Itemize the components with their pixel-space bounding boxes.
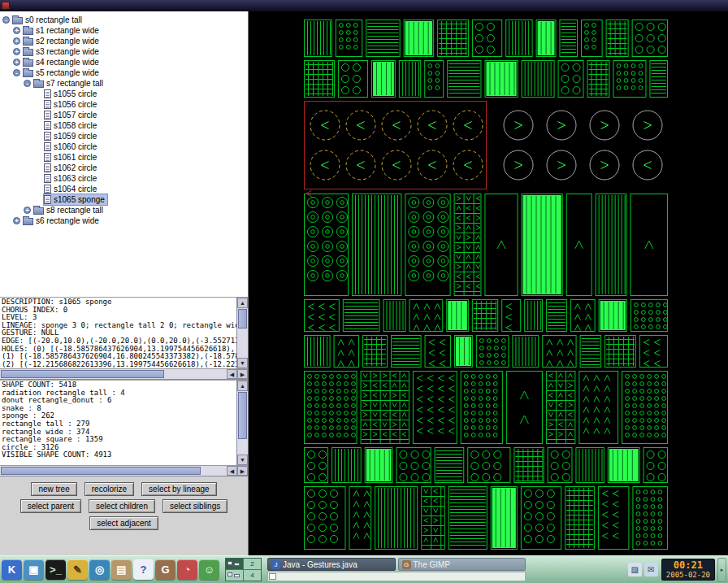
tree-node: s1056 circle xyxy=(44,99,99,110)
tree-item-s1064[interactable]: s1064 circle xyxy=(0,184,248,194)
mail-notifier-icon[interactable]: ✉ xyxy=(644,563,658,576)
tree-item-s1057[interactable]: s1057 circle xyxy=(0,110,248,120)
document-icon xyxy=(44,100,51,109)
tree-node: s1065 sponge xyxy=(44,194,107,205)
shape-canvas[interactable] xyxy=(249,11,728,555)
select-by-lineage-button[interactable]: select by lineage xyxy=(141,482,217,496)
scrollbar-thumb[interactable] xyxy=(238,309,247,328)
terminal-icon[interactable]: >_ xyxy=(46,559,66,580)
tree-item-s8[interactable]: +s8 rectangle tall xyxy=(0,205,248,215)
tree-item-s1065[interactable]: s1065 sponge xyxy=(0,194,248,205)
tree-item-s1060[interactable]: s1060 circle xyxy=(0,141,248,152)
pager-desktop-3[interactable] xyxy=(226,570,243,581)
tree-indent xyxy=(34,164,41,172)
expand-icon[interactable]: + xyxy=(24,207,31,214)
tree-item-s1[interactable]: +s1 rectangle wide xyxy=(0,25,248,36)
scrollbar-thumb[interactable] xyxy=(1,467,201,475)
tree-node: s3 rectangle wide xyxy=(23,46,102,57)
tree-item-s1058[interactable]: s1058 circle xyxy=(0,120,248,131)
counts-panel[interactable]: SHAPE COUNT: 5418radiation rectangle tal… xyxy=(0,380,248,466)
scroll-right-icon[interactable]: ▶ xyxy=(237,369,248,379)
tree-node: s1061 circle xyxy=(44,152,99,163)
tree-item-s2[interactable]: +s2 rectangle wide xyxy=(0,36,248,46)
collapse-icon[interactable]: - xyxy=(13,69,20,76)
pager-desktop-1[interactable] xyxy=(226,559,243,569)
task-button-the-gimp[interactable]: GThe GIMP xyxy=(398,558,526,571)
desktop-pager[interactable]: 24 xyxy=(225,558,262,581)
tree-item-s7[interactable]: -s7 rectangle tall xyxy=(0,78,248,89)
folder-icon xyxy=(23,28,33,35)
counts-vertical-scrollbar[interactable]: ▲ ▼ xyxy=(236,381,248,465)
desktop-icon[interactable]: ▣ xyxy=(24,559,44,580)
gimp-icon[interactable]: G xyxy=(155,559,176,580)
pager-desktop-4[interactable]: 4 xyxy=(244,570,261,581)
document-icon xyxy=(44,89,51,98)
description-panel[interactable]: DESCRIPTION: s1065 spongeCHORUS INDEX: 0… xyxy=(0,298,248,369)
folder-icon xyxy=(23,70,33,77)
tree-item-s1059[interactable]: s1059 circle xyxy=(0,131,248,141)
expand-icon[interactable]: + xyxy=(13,37,20,45)
scroll-up-icon[interactable]: ▲ xyxy=(237,298,248,308)
tree-item-s1063[interactable]: s1063 circle xyxy=(0,173,248,184)
help-icon[interactable]: ? xyxy=(133,559,154,580)
new-tree-button[interactable]: new tree xyxy=(31,482,76,496)
select-siblings-button[interactable]: select siblings xyxy=(162,499,228,513)
expand-icon[interactable]: + xyxy=(13,59,20,66)
scroll-up-icon[interactable]: ▲ xyxy=(237,381,248,391)
tree-item-label: s2 rectangle wide xyxy=(36,37,99,46)
tree-item-s1061[interactable]: s1061 circle xyxy=(0,152,248,163)
select-adjacent-button[interactable]: select adjacent xyxy=(89,516,158,530)
select-parent-button[interactable]: select parent xyxy=(20,499,81,513)
shape-canvas-area[interactable] xyxy=(249,11,728,555)
tree-item-s3[interactable]: +s3 rectangle wide xyxy=(0,46,248,57)
scrollbar-thumb[interactable] xyxy=(1,370,164,378)
button-row: select parentselect childrenselect sibli… xyxy=(0,499,248,513)
files-icon[interactable]: ▤ xyxy=(111,559,132,580)
scroll-down-icon[interactable]: ▼ xyxy=(237,358,248,368)
tree-item-label: s4 rectangle wide xyxy=(36,58,99,67)
collapse-icon[interactable]: - xyxy=(24,80,31,87)
select-children-button[interactable]: select children xyxy=(89,499,155,513)
folder-icon xyxy=(33,207,44,215)
scroll-left-icon[interactable]: ◀ xyxy=(227,466,237,476)
mini-window xyxy=(228,561,232,565)
expand-icon[interactable]: + xyxy=(13,48,20,55)
tree-item-label: s1061 circle xyxy=(54,153,97,162)
tree-item-s1056[interactable]: s1056 circle xyxy=(0,99,248,110)
scrollbar-thumb[interactable] xyxy=(238,392,247,439)
recolorize-button[interactable]: recolorize xyxy=(84,482,134,496)
tree-item-label: s3 rectangle wide xyxy=(36,47,99,56)
scroll-right-icon[interactable]: ▶ xyxy=(237,466,248,476)
expand-icon[interactable]: + xyxy=(13,217,20,224)
tree-item-s5[interactable]: -s5 rectangle wide xyxy=(0,67,248,78)
counts-horizontal-scrollbar[interactable]: ◀ ▶ xyxy=(0,466,248,476)
editor-icon[interactable]: ✎ xyxy=(67,559,88,580)
kmenu-icon[interactable]: K xyxy=(2,559,22,580)
clock[interactable]: 00:212005-02-20 xyxy=(661,559,715,581)
button-row: new treerecolorizeselect by lineage xyxy=(0,482,248,496)
tree-item-s4[interactable]: +s4 rectangle wide xyxy=(0,57,248,67)
scrollbar-track[interactable] xyxy=(0,369,227,379)
window-titlebar[interactable] xyxy=(0,0,728,11)
chat-icon[interactable]: ☺ xyxy=(199,559,219,580)
description-horizontal-scrollbar[interactable]: ◀ ▶ xyxy=(0,369,248,380)
tree-item-s1055[interactable]: s1055 circle xyxy=(0,89,248,99)
task-button-java-gestures-java[interactable]: JJava - Gestures.java xyxy=(267,558,396,571)
collapse-icon[interactable]: - xyxy=(2,16,10,24)
pager-desktop-2[interactable]: 2 xyxy=(244,559,261,569)
panel-hide-button[interactable]: ▸ xyxy=(717,558,726,582)
tree-node: s1 rectangle wide xyxy=(23,25,102,36)
expand-icon[interactable]: + xyxy=(13,27,20,34)
description-vertical-scrollbar[interactable]: ▲ ▼ xyxy=(236,298,248,368)
browser-icon[interactable]: ◎ xyxy=(89,559,110,580)
paint-icon[interactable]: ◔ xyxy=(177,559,197,580)
document-icon xyxy=(44,163,51,172)
scroll-down-icon[interactable]: ▼ xyxy=(237,455,248,465)
tree-item-s6[interactable]: +s6 rectangle wide xyxy=(0,215,248,226)
tree-item-s1062[interactable]: s1062 circle xyxy=(0,163,248,173)
scrollbar-track[interactable] xyxy=(0,466,227,476)
clipboard-icon[interactable]: ▨ xyxy=(628,563,642,576)
scroll-left-icon[interactable]: ◀ xyxy=(227,369,237,379)
tree-item-s0[interactable]: -s0 rectangle tall xyxy=(0,15,248,25)
shape-tree[interactable]: -s0 rectangle tall+s1 rectangle wide+s2 … xyxy=(0,11,248,298)
